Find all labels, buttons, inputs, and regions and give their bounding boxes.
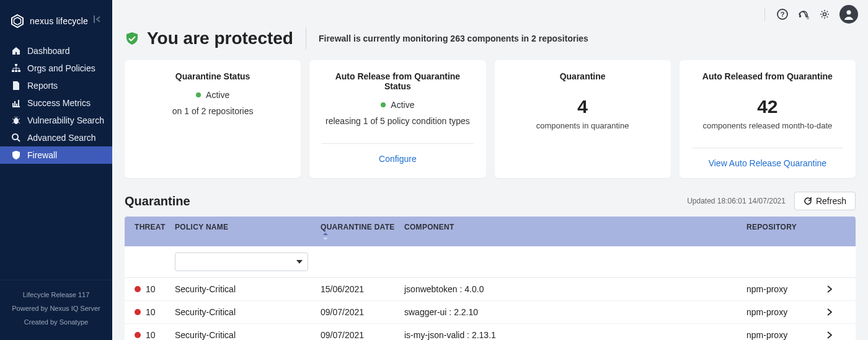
severity-dot-icon (135, 309, 141, 315)
row-expand[interactable] (827, 308, 846, 316)
svg-rect-12 (799, 15, 801, 17)
svg-line-9 (17, 139, 20, 141)
cell-threat: 10 (135, 284, 175, 294)
configure-link[interactable]: Configure (379, 154, 417, 164)
chevron-right-icon (827, 308, 832, 316)
card-divider (322, 143, 473, 144)
metric-caption: components released month-to-date (702, 121, 832, 130)
metric-value: 4 (577, 96, 588, 117)
chevron-right-icon (827, 285, 832, 293)
section-header: Quarantine Updated 18:06:01 14/07/2021 R… (112, 178, 868, 217)
card-title: Auto Release from Quarantine Status (322, 71, 473, 91)
sidebar-item-label: Advanced Search (27, 133, 96, 143)
hero-separator (306, 28, 306, 49)
status-text: Active (206, 90, 229, 100)
topbar: ? 8 (112, 0, 868, 28)
sidebar-item-label: Firewall (27, 150, 57, 160)
card-title: Quarantine Status (175, 71, 250, 81)
svg-marker-1 (14, 17, 21, 25)
user-icon (843, 8, 855, 20)
sidebar-item-orgs-policies[interactable]: Orgs and Policies (0, 60, 112, 77)
sidebar-item-label: Dashboard (27, 46, 70, 56)
hero-subtitle: Firewall is currently monitoring 263 com… (319, 34, 588, 43)
shield-check-icon (125, 31, 140, 46)
gear-icon[interactable] (818, 8, 831, 20)
sidebar-item-label: Reports (27, 81, 58, 91)
status-indicator: Active (381, 100, 414, 110)
help-icon[interactable]: ? (776, 8, 789, 20)
th-policy[interactable]: POLICY NAME (175, 223, 321, 240)
status-dot-icon (196, 92, 201, 97)
svg-rect-3 (15, 64, 17, 66)
severity-dot-icon (135, 286, 141, 292)
row-expand[interactable] (827, 331, 846, 339)
sort-icon (323, 233, 328, 240)
sidebar-item-reports[interactable]: Reports (0, 77, 112, 94)
table-row[interactable]: 10Security-Critical09/07/2021swagger-ui … (125, 301, 856, 324)
table-row[interactable]: 10Security-Critical15/06/2021jsonwebtoke… (125, 278, 856, 301)
sidebar-item-vulnerability-search[interactable]: Vulnerability Search (0, 112, 112, 129)
policy-filter-dropdown[interactable] (175, 253, 308, 271)
sidebar-item-advanced-search[interactable]: Advanced Search (0, 129, 112, 146)
brand-name: nexus lifecycle (30, 16, 88, 26)
sidebar-item-success-metrics[interactable]: Success Metrics (0, 94, 112, 112)
cell-component: jsonwebtoken : 4.0.0 (404, 284, 746, 294)
svg-point-14 (823, 12, 826, 16)
row-expand[interactable] (827, 285, 846, 293)
refresh-icon (804, 197, 812, 205)
th-date[interactable]: QUARANTINE DATE (321, 223, 404, 240)
file-icon (11, 81, 21, 91)
cell-repository: npm-proxy (746, 330, 827, 340)
quarantine-table: THREAT POLICY NAME QUARANTINE DATE COMPO… (125, 217, 856, 340)
collapse-sidebar-icon[interactable] (94, 15, 104, 24)
cell-policy: Security-Critical (175, 307, 321, 317)
brand: nexus lifecycle (0, 0, 112, 41)
search-icon (11, 133, 21, 143)
svg-marker-16 (323, 233, 328, 235)
card-divider (692, 148, 843, 148)
cards-row: Quarantine Status Active on 1 of 2 repos… (112, 60, 868, 178)
th-threat[interactable]: THREAT (135, 223, 175, 240)
status-dot-icon (381, 102, 386, 107)
svg-rect-6 (18, 70, 20, 72)
cell-policy: Security-Critical (175, 330, 321, 340)
cell-date: 09/07/2021 (321, 307, 404, 317)
svg-marker-17 (323, 238, 328, 240)
user-avatar[interactable] (839, 5, 858, 24)
svg-marker-0 (12, 15, 23, 27)
logo-hexagon-icon (10, 14, 25, 29)
sidebar-item-firewall[interactable]: Firewall (0, 146, 112, 164)
filter-row (125, 246, 856, 278)
svg-rect-4 (12, 70, 14, 72)
cell-threat: 10 (135, 307, 175, 317)
topbar-divider (764, 7, 765, 21)
home-icon (11, 46, 21, 56)
svg-rect-5 (15, 70, 17, 72)
cell-date: 15/06/2021 (321, 284, 404, 294)
th-repository[interactable]: REPOSITORY (746, 223, 827, 240)
th-date-label: QUARANTINE DATE (321, 223, 395, 231)
shield-icon (11, 150, 21, 160)
cell-policy: Security-Critical (175, 284, 321, 294)
cell-date: 09/07/2021 (321, 330, 404, 340)
hero-banner: You are protected Firewall is currently … (112, 28, 868, 60)
table-row[interactable]: 10Security-Critical09/07/2021is-my-json-… (125, 324, 856, 340)
section-title: Quarantine (125, 194, 190, 208)
card-auto-released: Auto Released from Quarantine 42 compone… (680, 60, 856, 178)
card-detail: on 1 of 2 repositories (172, 106, 254, 116)
svg-text:8: 8 (807, 16, 809, 20)
headset-icon[interactable]: 8 (797, 8, 810, 20)
severity-dot-icon (135, 332, 141, 338)
view-auto-release-link[interactable]: View Auto Release Quarantine (709, 158, 826, 168)
th-component[interactable]: COMPONENT (404, 223, 746, 240)
sidebar-item-dashboard[interactable]: Dashboard (0, 42, 112, 60)
refresh-button[interactable]: Refresh (794, 192, 856, 210)
footer-release: Lifecycle Release 117 (0, 288, 112, 302)
svg-point-15 (847, 10, 851, 14)
sidebar-footer: Lifecycle Release 117 Powered by Nexus I… (0, 280, 112, 340)
cell-component: swagger-ui : 2.2.10 (404, 307, 746, 317)
svg-marker-18 (296, 260, 303, 264)
svg-point-7 (14, 118, 19, 124)
chart-icon (11, 98, 21, 108)
metric-caption: components in quarantine (536, 121, 629, 130)
